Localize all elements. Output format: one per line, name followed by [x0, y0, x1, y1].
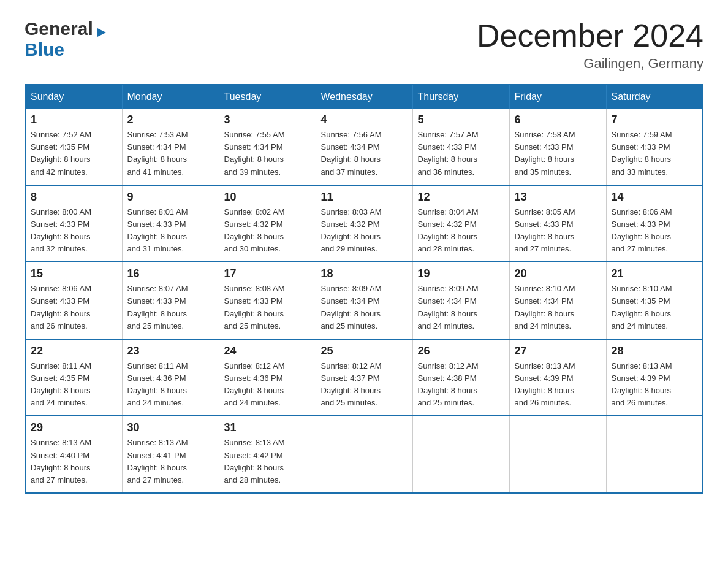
calendar-cell: 10 Sunrise: 8:02 AM Sunset: 4:32 PM Dayl…	[219, 185, 316, 262]
day-info: Sunrise: 8:12 AM Sunset: 4:38 PM Dayligh…	[418, 360, 504, 410]
calendar-cell: 7 Sunrise: 7:59 AM Sunset: 4:33 PM Dayli…	[606, 109, 703, 185]
day-info: Sunrise: 8:04 AM Sunset: 4:32 PM Dayligh…	[418, 206, 504, 256]
logo-blue-text: Blue	[25, 39, 64, 59]
weekday-header-wednesday: Wednesday	[316, 85, 412, 109]
calendar-cell	[509, 416, 606, 493]
calendar-cell: 18 Sunrise: 8:09 AM Sunset: 4:34 PM Dayl…	[316, 262, 412, 339]
day-number: 5	[418, 113, 504, 126]
calendar-cell: 13 Sunrise: 8:05 AM Sunset: 4:33 PM Dayl…	[509, 185, 606, 262]
day-info: Sunrise: 8:13 AM Sunset: 4:41 PM Dayligh…	[127, 437, 214, 486]
day-number: 15	[31, 267, 117, 280]
day-number: 3	[224, 113, 311, 126]
calendar-table: SundayMondayTuesdayWednesdayThursdayFrid…	[25, 84, 703, 494]
day-number: 25	[321, 345, 408, 358]
day-info: Sunrise: 8:05 AM Sunset: 4:33 PM Dayligh…	[515, 206, 601, 256]
day-number: 11	[321, 191, 408, 204]
calendar-cell: 29 Sunrise: 8:13 AM Sunset: 4:40 PM Dayl…	[25, 416, 122, 493]
weekday-header-sunday: Sunday	[25, 85, 122, 109]
calendar-header: SundayMondayTuesdayWednesdayThursdayFrid…	[25, 85, 703, 109]
day-number: 10	[224, 191, 311, 204]
calendar-cell: 4 Sunrise: 7:56 AM Sunset: 4:34 PM Dayli…	[316, 109, 412, 185]
day-number: 29	[31, 421, 117, 434]
calendar-cell: 14 Sunrise: 8:06 AM Sunset: 4:33 PM Dayl…	[606, 185, 703, 262]
calendar-week-4: 22 Sunrise: 8:11 AM Sunset: 4:35 PM Dayl…	[25, 339, 703, 416]
day-info: Sunrise: 8:13 AM Sunset: 4:40 PM Dayligh…	[31, 437, 117, 486]
day-info: Sunrise: 8:13 AM Sunset: 4:42 PM Dayligh…	[224, 437, 311, 486]
calendar-cell	[412, 416, 509, 493]
day-number: 14	[612, 191, 698, 204]
day-number: 30	[127, 421, 214, 434]
calendar-cell: 5 Sunrise: 7:57 AM Sunset: 4:33 PM Dayli…	[412, 109, 509, 185]
weekday-header-thursday: Thursday	[412, 85, 509, 109]
calendar-cell: 22 Sunrise: 8:11 AM Sunset: 4:35 PM Dayl…	[25, 339, 122, 416]
page-header: General Blue December 2024 Gailingen, Ge…	[25, 18, 703, 72]
day-info: Sunrise: 8:02 AM Sunset: 4:32 PM Dayligh…	[224, 206, 311, 256]
day-number: 26	[418, 345, 504, 358]
day-info: Sunrise: 8:13 AM Sunset: 4:39 PM Dayligh…	[515, 360, 601, 410]
day-number: 16	[127, 267, 214, 280]
day-info: Sunrise: 7:53 AM Sunset: 4:34 PM Dayligh…	[127, 129, 214, 178]
day-number: 6	[515, 113, 601, 126]
day-number: 20	[515, 267, 601, 280]
calendar-cell: 11 Sunrise: 8:03 AM Sunset: 4:32 PM Dayl…	[316, 185, 412, 262]
day-number: 1	[31, 113, 117, 126]
calendar-cell: 25 Sunrise: 8:12 AM Sunset: 4:37 PM Dayl…	[316, 339, 412, 416]
calendar-cell: 30 Sunrise: 8:13 AM Sunset: 4:41 PM Dayl…	[122, 416, 219, 493]
day-info: Sunrise: 8:06 AM Sunset: 4:33 PM Dayligh…	[31, 283, 117, 332]
day-number: 22	[31, 345, 117, 358]
weekday-header-row: SundayMondayTuesdayWednesdayThursdayFrid…	[25, 85, 703, 109]
calendar-week-1: 1 Sunrise: 7:52 AM Sunset: 4:35 PM Dayli…	[25, 109, 703, 185]
day-number: 7	[612, 113, 698, 126]
calendar-cell: 9 Sunrise: 8:01 AM Sunset: 4:33 PM Dayli…	[122, 185, 219, 262]
weekday-header-saturday: Saturday	[606, 85, 703, 109]
weekday-header-monday: Monday	[122, 85, 219, 109]
location-label: Gailingen, Germany	[477, 56, 703, 72]
logo-arrow-icon	[95, 26, 108, 39]
day-number: 31	[224, 421, 311, 434]
day-info: Sunrise: 7:55 AM Sunset: 4:34 PM Dayligh…	[224, 129, 311, 178]
day-info: Sunrise: 8:07 AM Sunset: 4:33 PM Dayligh…	[127, 283, 214, 332]
calendar-cell: 21 Sunrise: 8:10 AM Sunset: 4:35 PM Dayl…	[606, 262, 703, 339]
day-info: Sunrise: 7:58 AM Sunset: 4:33 PM Dayligh…	[515, 129, 601, 178]
day-info: Sunrise: 7:59 AM Sunset: 4:33 PM Dayligh…	[612, 129, 698, 178]
calendar-cell: 8 Sunrise: 8:00 AM Sunset: 4:33 PM Dayli…	[25, 185, 122, 262]
calendar-cell: 6 Sunrise: 7:58 AM Sunset: 4:33 PM Dayli…	[509, 109, 606, 185]
calendar-cell	[316, 416, 412, 493]
day-number: 21	[612, 267, 698, 280]
calendar-cell: 15 Sunrise: 8:06 AM Sunset: 4:33 PM Dayl…	[25, 262, 122, 339]
day-info: Sunrise: 8:00 AM Sunset: 4:33 PM Dayligh…	[31, 206, 117, 256]
logo-line2: Blue	[25, 39, 108, 59]
day-info: Sunrise: 8:10 AM Sunset: 4:35 PM Dayligh…	[612, 283, 698, 332]
calendar-week-3: 15 Sunrise: 8:06 AM Sunset: 4:33 PM Dayl…	[25, 262, 703, 339]
day-number: 13	[515, 191, 601, 204]
day-info: Sunrise: 7:56 AM Sunset: 4:34 PM Dayligh…	[321, 129, 408, 178]
day-number: 2	[127, 113, 214, 126]
calendar-cell: 19 Sunrise: 8:09 AM Sunset: 4:34 PM Dayl…	[412, 262, 509, 339]
weekday-header-tuesday: Tuesday	[219, 85, 316, 109]
calendar-cell: 31 Sunrise: 8:13 AM Sunset: 4:42 PM Dayl…	[219, 416, 316, 493]
day-info: Sunrise: 7:52 AM Sunset: 4:35 PM Dayligh…	[31, 129, 117, 178]
logo-line1: General	[25, 18, 108, 39]
weekday-header-friday: Friday	[509, 85, 606, 109]
svg-marker-0	[97, 28, 106, 37]
calendar-cell: 28 Sunrise: 8:13 AM Sunset: 4:39 PM Dayl…	[606, 339, 703, 416]
day-info: Sunrise: 8:11 AM Sunset: 4:35 PM Dayligh…	[31, 360, 117, 410]
day-number: 18	[321, 267, 408, 280]
day-info: Sunrise: 8:01 AM Sunset: 4:33 PM Dayligh…	[127, 206, 214, 256]
calendar-cell	[606, 416, 703, 493]
day-number: 24	[224, 345, 311, 358]
day-info: Sunrise: 8:10 AM Sunset: 4:34 PM Dayligh…	[515, 283, 601, 332]
calendar-cell: 26 Sunrise: 8:12 AM Sunset: 4:38 PM Dayl…	[412, 339, 509, 416]
day-info: Sunrise: 8:08 AM Sunset: 4:33 PM Dayligh…	[224, 283, 311, 332]
calendar-cell: 16 Sunrise: 8:07 AM Sunset: 4:33 PM Dayl…	[122, 262, 219, 339]
calendar-cell: 24 Sunrise: 8:12 AM Sunset: 4:36 PM Dayl…	[219, 339, 316, 416]
day-number: 28	[612, 345, 698, 358]
day-number: 4	[321, 113, 408, 126]
logo: General Blue	[25, 18, 108, 59]
day-number: 8	[31, 191, 117, 204]
day-info: Sunrise: 7:57 AM Sunset: 4:33 PM Dayligh…	[418, 129, 504, 178]
calendar-body: 1 Sunrise: 7:52 AM Sunset: 4:35 PM Dayli…	[25, 109, 703, 493]
day-number: 9	[127, 191, 214, 204]
day-number: 27	[515, 345, 601, 358]
calendar-cell: 2 Sunrise: 7:53 AM Sunset: 4:34 PM Dayli…	[122, 109, 219, 185]
